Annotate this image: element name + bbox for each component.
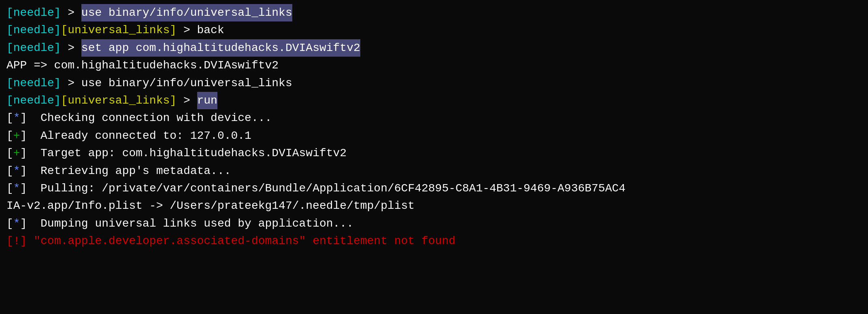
terminal-text: [universal_links]: [61, 21, 177, 39]
terminal-text: +: [13, 127, 20, 144]
terminal-text: ] Pulling: /private/var/containers/Bundl…: [20, 180, 625, 197]
terminal-text: ] Retrieving app's metadata...: [20, 162, 231, 180]
terminal-line: [needle] > use binary/info/universal_lin…: [6, 74, 862, 92]
terminal-text: *: [13, 162, 20, 180]
terminal-text: "com.apple.developer.associated-domains"…: [34, 232, 455, 250]
terminal-text: > use binary/info/universal_links: [61, 74, 292, 92]
terminal-line: [+] Already connected to: 127.0.0.1: [6, 127, 862, 144]
terminal-text: ] Checking connection with device...: [20, 109, 272, 127]
terminal-text: back: [197, 21, 224, 39]
terminal-text: >: [177, 92, 197, 109]
terminal-text: *: [13, 109, 20, 127]
terminal-text: +: [13, 144, 20, 162]
terminal-text: ] Already connected to: 127.0.0.1: [20, 127, 251, 144]
terminal-line: [needle] > set app com.highaltitudehacks…: [6, 39, 862, 57]
terminal-line: [needle][universal_links] > back: [6, 21, 862, 39]
terminal-line: [*] Pulling: /private/var/containers/Bun…: [6, 180, 862, 197]
terminal-text: ] Target app: com.highaltitudehacks.DVIA…: [20, 144, 347, 162]
terminal-text: [: [6, 144, 13, 162]
terminal-text: [needle]: [6, 21, 61, 39]
terminal-line: [needle][universal_links] > run: [6, 92, 862, 109]
terminal-text: [: [6, 109, 13, 127]
terminal-text: [!]: [6, 232, 34, 250]
terminal-text: >: [177, 21, 197, 39]
terminal-text: [universal_links]: [61, 92, 177, 109]
terminal-text: [needle]: [6, 74, 61, 92]
terminal-text: *: [13, 215, 20, 232]
terminal-text: [needle]: [6, 39, 61, 57]
terminal-line: APP => com.highaltitudehacks.DVIAswiftv2: [6, 57, 862, 74]
terminal-text: >: [61, 39, 81, 57]
terminal-text: [: [6, 127, 13, 144]
terminal-text: set app com.highaltitudehacks.DVIAswiftv…: [81, 39, 360, 57]
terminal-text: [: [6, 215, 13, 232]
terminal-line: [*] Dumping universal links used by appl…: [6, 215, 862, 232]
terminal-line: [*] Retrieving app's metadata...: [6, 162, 862, 180]
terminal-line: [needle] > use binary/info/universal_lin…: [6, 4, 862, 21]
terminal-text: [: [6, 180, 13, 197]
terminal-text: APP => com.highaltitudehacks.DVIAswiftv2: [6, 57, 279, 74]
terminal-text: run: [197, 92, 217, 109]
terminal-text: [: [6, 162, 13, 180]
terminal-window: [needle] > use binary/info/universal_lin…: [6, 4, 862, 250]
terminal-text: use binary/info/universal_links: [81, 4, 292, 21]
terminal-text: ] Dumping universal links used by applic…: [20, 215, 353, 232]
terminal-text: *: [13, 180, 20, 197]
terminal-line: [+] Target app: com.highaltitudehacks.DV…: [6, 144, 862, 162]
terminal-text: [needle]: [6, 92, 61, 109]
terminal-line: IA-v2.app/Info.plist -> /Users/prateekg1…: [6, 197, 862, 214]
terminal-text: >: [61, 4, 81, 21]
terminal-text: IA-v2.app/Info.plist -> /Users/prateekg1…: [6, 197, 415, 214]
terminal-line: [*] Checking connection with device...: [6, 109, 862, 127]
terminal-line: [!] "com.apple.developer.associated-doma…: [6, 232, 862, 250]
terminal-text: [needle]: [6, 4, 61, 21]
